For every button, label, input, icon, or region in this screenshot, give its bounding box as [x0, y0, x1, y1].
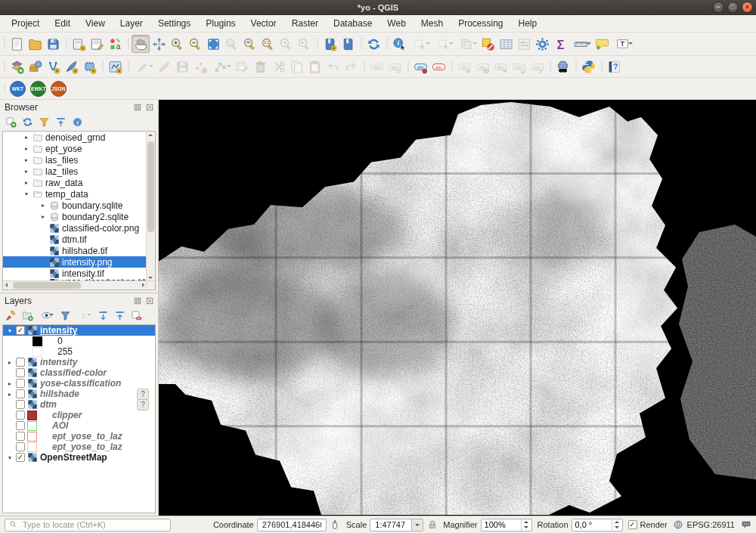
collapse-all-button[interactable]	[54, 115, 67, 129]
expander-icon[interactable]: ▸	[39, 213, 47, 220]
menu-item[interactable]: View	[79, 17, 112, 30]
filter-by-expression-button[interactable]: ε	[75, 308, 93, 322]
browser-close-button[interactable]	[144, 102, 155, 113]
add-selected-layers-button[interactable]	[4, 115, 17, 129]
expander-icon[interactable]: ▾	[23, 191, 30, 197]
titlebar[interactable]: *yo - QGIS −□×	[0, 0, 756, 15]
zoom-next-button[interactable]	[295, 35, 313, 53]
map-tips-button[interactable]	[593, 35, 611, 53]
save-edits-button[interactable]	[173, 57, 191, 76]
new-project-button[interactable]	[8, 35, 26, 53]
locator-input[interactable]	[21, 519, 166, 530]
add-feature-button[interactable]	[191, 57, 209, 76]
layer-item[interactable]: ▸ yose-classification	[3, 378, 155, 389]
new-bookmark-button[interactable]	[321, 35, 339, 53]
menu-item[interactable]: Mesh	[414, 17, 450, 30]
layers-float-button[interactable]	[132, 296, 143, 306]
scroll-up-icon[interactable]	[148, 134, 153, 136]
browser-item[interactable]: dtm.tif	[3, 234, 155, 245]
statistics-button[interactable]	[515, 35, 533, 53]
measure-button[interactable]	[569, 35, 593, 53]
layer-item[interactable]: ept_yose_to_laz	[3, 442, 155, 452]
magnifier-spinner[interactable]	[481, 519, 532, 531]
help-button[interactable]: ?	[605, 57, 623, 76]
change-label-button[interactable]: abc	[528, 57, 546, 76]
delete-selected-button[interactable]	[251, 57, 269, 76]
browser-float-button[interactable]	[132, 102, 143, 113]
layer-item[interactable]: 255	[3, 346, 155, 357]
toggle-extents-button[interactable]	[330, 519, 341, 531]
wkt-button[interactable]: WKT	[10, 81, 26, 97]
filter-browser-button[interactable]	[37, 115, 51, 129]
expander-icon[interactable]: ▸	[6, 391, 14, 398]
scale-input[interactable]	[373, 519, 408, 530]
layer-checkbox[interactable]	[16, 400, 25, 409]
zoom-full-button[interactable]	[204, 35, 222, 53]
json-button[interactable]: JSON	[51, 81, 67, 97]
identify-features-button[interactable]: i	[390, 35, 408, 53]
save-project-button[interactable]	[44, 35, 62, 53]
browser-item[interactable]: ▸ las_files	[3, 154, 155, 166]
browser-item[interactable]: ▸ boundary2.sqlite	[3, 211, 155, 222]
spin-down-icon[interactable]	[615, 526, 619, 528]
text-annotation-button[interactable]: T	[611, 35, 634, 53]
layer-item[interactable]: ept_yose_to_laz	[3, 431, 155, 442]
minimize-button[interactable]: −	[713, 2, 724, 13]
rotation-spinner[interactable]	[572, 519, 623, 531]
zoom-out-button[interactable]	[186, 35, 204, 53]
menu-item[interactable]: Edit	[48, 17, 77, 30]
browser-horizontal-scrollbar[interactable]	[3, 280, 147, 290]
map-canvas[interactable]	[159, 100, 756, 516]
move-label-button[interactable]: abc	[491, 57, 510, 76]
new-spatialite-layer-button[interactable]	[62, 57, 80, 76]
browser-item[interactable]: ▸ laz_tiles	[3, 166, 155, 177]
processing-toolbox-button[interactable]	[533, 35, 551, 53]
expander-icon[interactable]: ▸	[23, 145, 30, 152]
browser-item[interactable]: intensity.tif	[3, 268, 155, 279]
new-memory-layer-button[interactable]	[80, 57, 98, 76]
filter-legend-button[interactable]	[58, 308, 72, 322]
layer-checkbox[interactable]	[16, 442, 25, 451]
browser-item[interactable]: classified-color.png	[3, 222, 155, 234]
unplaced-labels-button[interactable]: abc	[429, 57, 448, 76]
layer-crs-warning-badge[interactable]: ?	[137, 399, 149, 411]
menu-item[interactable]: Database	[327, 17, 379, 30]
layer-diagram-button[interactable]: abc	[386, 57, 404, 76]
zoom-last-button[interactable]	[277, 35, 295, 53]
layer-item[interactable]: ▾ ✓ intensity	[3, 325, 155, 336]
show-bookmarks-button[interactable]	[339, 35, 357, 53]
datasource-manager-button[interactable]	[26, 57, 44, 76]
scroll-down-icon[interactable]	[148, 277, 153, 279]
manage-map-themes-button[interactable]	[37, 308, 55, 322]
zoom-to-layer-button[interactable]	[240, 35, 259, 53]
magnifier-input[interactable]	[482, 519, 521, 531]
add-group-button[interactable]	[20, 308, 34, 322]
layer-checkbox[interactable]: ✓	[16, 453, 25, 462]
pin-labels-button[interactable]: abc	[455, 57, 473, 76]
expander-icon[interactable]: ▸	[23, 156, 30, 163]
scroll-left-icon[interactable]	[5, 283, 8, 287]
rotate-label-button[interactable]: abc	[510, 57, 528, 76]
menu-item[interactable]: Help	[512, 17, 544, 30]
expander-icon[interactable]: ▸	[23, 179, 30, 186]
menu-item[interactable]: Processing	[451, 17, 510, 30]
expander-icon[interactable]: ▸	[23, 134, 30, 141]
browser-item[interactable]: hillshade.tif	[3, 245, 155, 256]
refresh-map-button[interactable]	[364, 35, 383, 53]
layer-checkbox[interactable]	[16, 368, 25, 377]
current-edits-button[interactable]	[132, 57, 155, 76]
spin-up-icon[interactable]	[524, 521, 528, 523]
expander-icon[interactable]: ▸	[6, 380, 14, 387]
new-shapefile-layer-button[interactable]	[44, 57, 62, 76]
expander-icon[interactable]: ▸	[23, 168, 30, 175]
zoom-native-button[interactable]: 1:1	[259, 35, 277, 53]
remove-layer-button[interactable]	[129, 308, 143, 322]
properties-button[interactable]: i	[70, 115, 84, 129]
expander-icon[interactable]: ▸	[6, 359, 14, 366]
layer-checkbox[interactable]	[16, 411, 25, 420]
maximize-button[interactable]: □	[727, 2, 739, 13]
spin-down-icon[interactable]	[524, 526, 528, 528]
layer-item[interactable]: 0	[3, 336, 155, 346]
refresh-browser-button[interactable]	[20, 115, 34, 129]
zoom-to-selection-button[interactable]	[222, 35, 240, 53]
